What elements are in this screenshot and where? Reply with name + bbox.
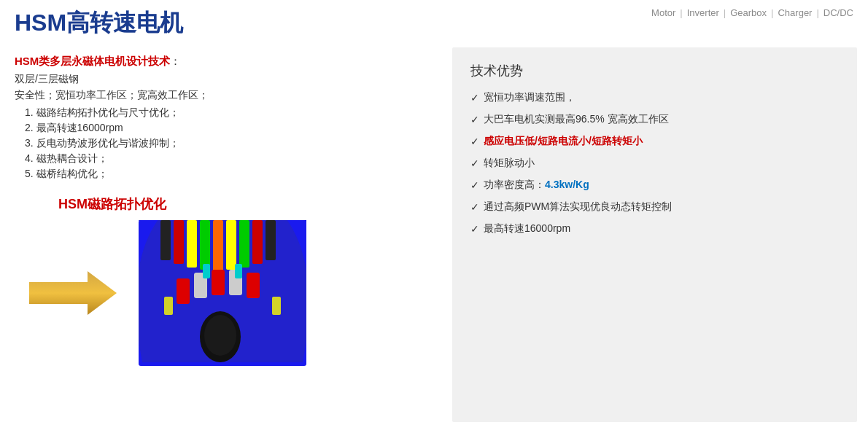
motor-diagram (139, 220, 306, 366)
checkmark-3: ✓ (470, 136, 479, 147)
svg-marker-0 (29, 271, 117, 315)
svg-rect-7 (226, 220, 236, 270)
advantage-7: ✓ 最高转速16000rpm (470, 222, 839, 235)
svg-rect-8 (239, 220, 249, 268)
checkmark-7: ✓ (470, 223, 479, 235)
content-area: HSM类多层永磁体电机设计技术： 双层/三层磁钢 安全性；宽恒功率工作区；宽高效… (0, 47, 868, 433)
svg-point-19 (204, 315, 236, 356)
svg-rect-5 (200, 220, 210, 270)
checkmark-1: ✓ (470, 92, 479, 104)
advantage-text-1: 宽恒功率调速范围， (484, 91, 576, 104)
colon: ： (170, 55, 181, 67)
advantage-text-3: 感应电压低/短路电流小/短路转矩小 (484, 135, 643, 148)
left-panel: HSM类多层永磁体电机设计技术： 双层/三层磁钢 安全性；宽恒功率工作区；宽高效… (0, 47, 452, 433)
advantage-text-7: 最高转速16000rpm (484, 222, 570, 235)
nav-motor[interactable]: Motor (651, 7, 675, 18)
checkmark-6: ✓ (470, 201, 479, 213)
svg-rect-17 (235, 264, 242, 278)
list-item-5: 5. 磁桥结构优化； (22, 168, 438, 181)
nav-inverter[interactable]: Inverter (687, 7, 719, 18)
advantage-1: ✓ 宽恒功率调速范围， (470, 91, 839, 104)
subtitle: 双层/三层磁钢 (15, 73, 438, 86)
list-item-4: 4. 磁热耦合设计； (22, 152, 438, 165)
checkmark-5: ✓ (470, 179, 479, 191)
advantage-text-5: 功率密度高：4.3kw/Kg (484, 179, 589, 192)
arrow-icon (29, 268, 117, 319)
section-title-text: HSM类多层永磁体电机设计技术 (15, 55, 170, 67)
svg-rect-9 (252, 220, 263, 264)
advantage-text-2: 大巴车电机实测最高96.5% 宽高效工作区 (484, 113, 669, 126)
diagram-row (29, 220, 306, 366)
nav-sep-3: | (771, 7, 773, 18)
svg-rect-10 (266, 220, 276, 260)
svg-rect-13 (212, 270, 225, 295)
svg-rect-6 (213, 220, 223, 271)
advantage-4: ✓ 转矩脉动小 (470, 157, 839, 170)
advantage-2: ✓ 大巴车电机实测最高96.5% 宽高效工作区 (470, 113, 839, 126)
advantage-text-6: 通过高频PWM算法实现优良动态转矩控制 (484, 200, 672, 214)
svg-rect-3 (174, 220, 184, 264)
page-title: HSM高转速电机 (15, 7, 183, 39)
right-panel: 技术优势 ✓ 宽恒功率调速范围， ✓ 大巴车电机实测最高96.5% 宽高效工作区… (452, 47, 857, 422)
nav-sep-4: | (816, 7, 818, 18)
advantage-6: ✓ 通过高频PWM算法实现优良动态转矩控制 (470, 200, 839, 214)
section-title: HSM类多层永磁体电机设计技术： (15, 55, 438, 69)
checkmark-2: ✓ (470, 114, 479, 125)
power-density-value: 4.3kw/Kg (545, 179, 589, 190)
diagram-label: HSM磁路拓扑优化 (58, 195, 166, 213)
list-item-3: 3. 反电动势波形优化与谐波抑制； (22, 137, 438, 150)
svg-rect-16 (203, 264, 210, 278)
desc-line: 安全性；宽恒功率工作区；宽高效工作区； (15, 89, 438, 102)
checkmark-4: ✓ (470, 157, 479, 169)
svg-rect-11 (177, 278, 190, 304)
svg-rect-21 (272, 297, 281, 315)
nav-sep-1: | (680, 7, 682, 18)
advantage-text-4: 转矩脉动小 (484, 157, 535, 170)
list-item-2: 2. 最高转速16000rpm (22, 122, 438, 135)
list-item-1: 1. 磁路结构拓扑优化与尺寸优化； (22, 106, 438, 120)
diagram-section: HSM磁路拓扑优化 (15, 195, 438, 366)
svg-rect-20 (164, 297, 173, 315)
svg-rect-2 (160, 220, 171, 260)
advantage-5: ✓ 功率密度高：4.3kw/Kg (470, 179, 839, 192)
svg-rect-15 (247, 273, 260, 298)
advantage-3: ✓ 感应电压低/短路电流小/短路转矩小 (470, 135, 839, 148)
tech-advantages-title: 技术优势 (470, 62, 839, 79)
advantages-list: ✓ 宽恒功率调速范围， ✓ 大巴车电机实测最高96.5% 宽高效工作区 ✓ 感应… (470, 91, 839, 235)
svg-rect-4 (187, 220, 197, 268)
nav-gearbox[interactable]: Gearbox (730, 7, 767, 18)
nav-charger[interactable]: Charger (778, 7, 812, 18)
nav-sep-2: | (724, 7, 726, 18)
top-navigation: Motor | Inverter | Gearbox | Charger | D… (637, 0, 868, 26)
feature-list: 1. 磁路结构拓扑优化与尺寸优化； 2. 最高转速16000rpm 3. 反电动… (22, 106, 438, 181)
nav-dcdc[interactable]: DC/DC (824, 7, 853, 18)
